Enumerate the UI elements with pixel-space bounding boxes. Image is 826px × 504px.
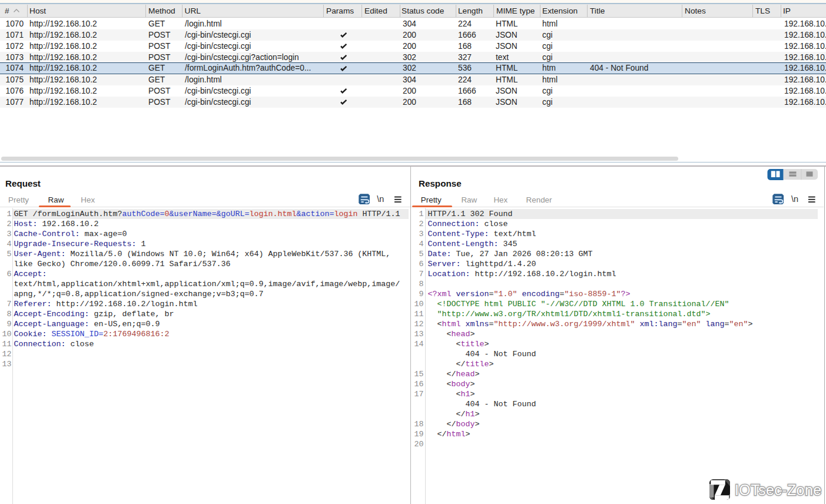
svg-text:IOTsec-Zone: IOTsec-Zone bbox=[735, 482, 822, 498]
